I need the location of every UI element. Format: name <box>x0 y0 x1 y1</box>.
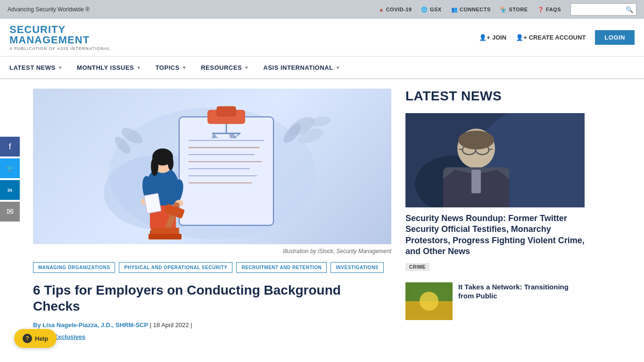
svg-point-26 <box>168 156 173 170</box>
nav-topics[interactable]: TOPICS ▼ <box>156 56 201 79</box>
article-hero-image <box>33 89 391 244</box>
faqs-link[interactable]: ❓ FAQS <box>537 7 561 13</box>
nav-asis-international[interactable]: ASIS INTERNATIONAL ▼ <box>264 56 355 79</box>
news-card-1: Security News Roundup: Former Twitter Se… <box>405 113 585 271</box>
twitter-share-button[interactable]: 🐦 <box>0 158 20 178</box>
store-link[interactable]: 🏪 STORE <box>500 7 528 13</box>
covid-link[interactable]: ▲ COVID-19 <box>379 7 412 12</box>
article-author[interactable]: By Lisa Nagele-Piazza, J.D., SHRM-SCP <box>33 321 148 329</box>
help-circle-icon: ❓ <box>537 7 545 13</box>
logo-subtitle: A PUBLICATION OF ASIS INTERNATIONAL <box>9 46 479 51</box>
login-button[interactable]: LOGIN <box>595 30 635 45</box>
search-box[interactable]: 🔍 <box>570 3 636 16</box>
top-nav: ▲ COVID-19 🌐 GSX 👥 CONNECTS 🏪 STORE ❓ FA… <box>379 3 636 16</box>
nav-latest-news[interactable]: LATEST NEWS ▼ <box>9 56 77 79</box>
tag-recruitment[interactable]: RECRUITMENT AND RETENTION <box>236 262 327 273</box>
svg-point-49 <box>458 131 494 149</box>
article-title: 6 Tips for Employers on Conducting Backg… <box>33 282 391 314</box>
sidebar-section-title: LATEST NEWS <box>405 89 585 104</box>
article-tags: MANAGING ORGANIZATIONS PHYSICAL AND OPER… <box>33 262 391 273</box>
svg-point-55 <box>420 292 438 311</box>
twitter-icon: 🐦 <box>6 165 14 172</box>
chevron-down-icon: ▼ <box>136 65 141 70</box>
header: SECURITY MANAGEMENT A PUBLICATION OF ASI… <box>0 19 644 57</box>
social-sidebar: f 🐦 in ✉ <box>0 137 20 222</box>
email-icon: ✉ <box>7 206 14 217</box>
users-icon: 👥 <box>451 7 458 13</box>
create-account-link[interactable]: 👤+ CREATE ACCOUNT <box>516 34 586 41</box>
email-share-button[interactable]: ✉ <box>0 202 20 222</box>
connects-link[interactable]: 👥 CONNECTS <box>451 7 491 13</box>
tag-physical-security[interactable]: PHYSICAL AND OPERATIONAL SECURITY <box>119 262 232 273</box>
article-date: | 18 April 2022 | <box>150 321 192 329</box>
search-button[interactable]: 🔍 <box>626 6 634 13</box>
news-card-1-title[interactable]: Security News Roundup: Former Twitter Se… <box>405 213 585 257</box>
svg-rect-34 <box>144 193 161 214</box>
svg-point-25 <box>151 157 158 176</box>
article-meta: By Lisa Nagele-Piazza, J.D., SHRM-SCP | … <box>33 321 391 329</box>
facebook-share-button[interactable]: f <box>0 137 20 156</box>
tag-investigations[interactable]: INVESTIGATIONS <box>330 262 384 273</box>
logo-area[interactable]: SECURITY MANAGEMENT A PUBLICATION OF ASI… <box>9 25 479 51</box>
tag-managing-organizations[interactable]: MANAGING ORGANIZATIONS <box>33 262 115 273</box>
svg-point-5 <box>310 115 332 128</box>
facebook-icon: f <box>8 142 11 152</box>
join-link[interactable]: 👤+ JOIN <box>479 34 506 41</box>
logo-management-text: MANAGEMENT <box>9 34 90 46</box>
svg-rect-50 <box>471 170 481 193</box>
linkedin-share-button[interactable]: in <box>0 180 20 200</box>
chevron-down-icon: ▼ <box>58 65 63 70</box>
news-card-1-image <box>405 113 585 207</box>
chevron-down-icon: ▼ <box>182 65 187 70</box>
logo-title: SECURITY MANAGEMENT <box>9 25 479 45</box>
globe-icon: 🌐 <box>421 7 428 13</box>
tagline: Advancing Security Worldwide ® <box>8 6 379 13</box>
news-card-1-badge[interactable]: CRIME <box>405 263 429 271</box>
linkedin-icon: in <box>8 187 12 193</box>
svg-rect-10 <box>217 107 236 116</box>
svg-rect-38 <box>149 234 182 239</box>
help-button[interactable]: ? Help <box>14 329 57 348</box>
right-sidebar: LATEST NEWS <box>405 89 585 341</box>
nav-resources[interactable]: RESOURCES ▼ <box>201 56 263 79</box>
header-actions: 👤+ JOIN 👤+ CREATE ACCOUNT LOGIN <box>479 30 635 45</box>
news-card-2-content: It Takes a Network: Transitioning from P… <box>458 282 585 320</box>
top-bar: Advancing Security Worldwide ® ▲ COVID-1… <box>0 0 644 19</box>
content-area: Illustration by iStock; Security Managem… <box>0 79 644 350</box>
chevron-down-icon: ▼ <box>336 65 340 70</box>
news-card-2: It Takes a Network: Transitioning from P… <box>405 282 585 320</box>
chevron-down-icon: ▼ <box>244 65 249 70</box>
store-icon: 🏪 <box>500 7 507 13</box>
help-icon: ? <box>23 334 32 343</box>
covid-triangle-icon: ▲ <box>379 7 384 12</box>
news-card-2-image <box>405 282 453 320</box>
join-person-icon: 👤+ <box>479 34 490 41</box>
nav-monthly-issues[interactable]: MONTHLY ISSUES ▼ <box>77 56 156 79</box>
main-nav: LATEST NEWS ▼ MONTHLY ISSUES ▼ TOPICS ▼ … <box>0 57 644 79</box>
search-input[interactable] <box>574 6 626 13</box>
main-article: Illustration by iStock; Security Managem… <box>33 89 391 341</box>
article-caption: Illustration by iStock; Security Managem… <box>33 248 391 255</box>
news-card-2-title[interactable]: It Takes a Network: Transitioning from P… <box>458 282 585 301</box>
create-account-person-icon: 👤+ <box>516 34 527 41</box>
gsx-link[interactable]: 🌐 GSX <box>421 7 441 13</box>
